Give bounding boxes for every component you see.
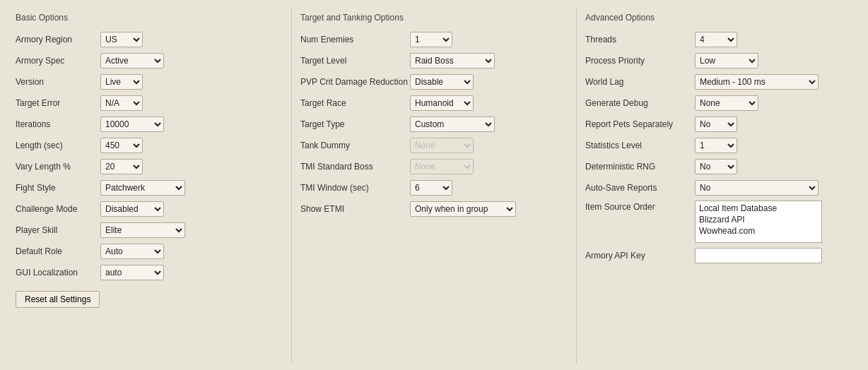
report-pets-row: Report Pets Separately NoYes	[585, 116, 852, 133]
gui-localization-row: GUI Localization autoendefres	[16, 264, 283, 281]
world-lag-row: World Lag None - 0 msLow - 25 msMedium -…	[585, 73, 852, 90]
reset-all-settings-button[interactable]: Reset all Settings	[16, 291, 100, 308]
item-source-wowhead[interactable]: Wowhead.com	[697, 225, 820, 237]
item-source-order-label: Item Source Order	[585, 201, 695, 212]
basic-options-title: Basic Options	[16, 13, 283, 24]
armory-api-key-label: Armory API Key	[585, 251, 695, 261]
statistics-level-row: Statistics Level 12345	[585, 137, 852, 154]
gui-localization-label: GUI Localization	[16, 268, 100, 278]
target-error-select[interactable]: N/A0.10.20.5	[100, 95, 143, 111]
challenge-mode-row: Challenge Mode DisabledEnabled	[16, 201, 283, 217]
armory-region-label: Armory Region	[16, 35, 100, 44]
tmi-window-label: TMI Window (sec)	[300, 183, 410, 193]
world-lag-select[interactable]: None - 0 msLow - 25 msMedium - 100 msHig…	[695, 74, 819, 90]
player-skill-select[interactable]: EliteGoodAveragePoor	[100, 222, 185, 238]
player-skill-row: Player Skill EliteGoodAveragePoor	[16, 222, 283, 239]
target-tanking-panel: Target and Tanking Options Num Enemies 1…	[292, 7, 577, 363]
advanced-options-panel: Advanced Options Threads 124816 Process …	[577, 7, 861, 363]
iterations-label: Iterations	[16, 119, 100, 129]
threads-label: Threads	[585, 35, 695, 44]
length-select[interactable]: 100300450600	[100, 138, 143, 153]
num-enemies-select[interactable]: 123510	[410, 32, 452, 47]
generate-debug-select[interactable]: NoneLogDebug	[695, 95, 758, 111]
target-level-label: Target Level	[300, 56, 410, 66]
pvp-crit-label: PVP Crit Damage Reduction	[300, 77, 410, 87]
tmi-standard-boss-select[interactable]: None	[410, 159, 474, 174]
num-enemies-row: Num Enemies 123510	[300, 31, 568, 48]
auto-save-reports-label: Auto-Save Reports	[585, 183, 695, 193]
armory-spec-label: Armory Spec	[16, 56, 100, 66]
target-type-row: Target Type CustomNormalHeroicMythic	[300, 116, 568, 133]
default-role-select[interactable]: AutoDPSTankHealer	[100, 244, 164, 259]
player-skill-label: Player Skill	[16, 225, 100, 235]
vary-length-row: Vary Length % 0102030	[16, 158, 283, 175]
target-tanking-title: Target and Tanking Options	[300, 13, 568, 24]
process-priority-row: Process Priority LowNormalHighHighest	[585, 52, 852, 69]
version-select[interactable]: LivePTRBeta	[100, 74, 143, 90]
statistics-level-label: Statistics Level	[585, 141, 695, 150]
fight-style-row: Fight Style PatchwerkHecticAddCleaveUltr…	[16, 179, 283, 196]
tmi-window-row: TMI Window (sec) 36912	[300, 179, 568, 196]
armory-region-row: Armory Region USEUTWKRCN	[16, 31, 283, 48]
report-pets-select[interactable]: NoYes	[695, 117, 737, 132]
iterations-select[interactable]: 100100010000100000	[100, 117, 164, 132]
armory-region-select[interactable]: USEUTWKRCN	[100, 32, 143, 47]
tank-dummy-label: Tank Dummy	[300, 141, 410, 150]
target-level-row: Target Level Raid BossPlayer+1+2+3	[300, 52, 568, 69]
tmi-standard-boss-label: TMI Standard Boss	[300, 162, 410, 172]
deterministic-rng-select[interactable]: NoYes	[695, 159, 737, 174]
length-label: Length (sec)	[16, 141, 100, 150]
advanced-options-title: Advanced Options	[585, 13, 852, 24]
fight-style-label: Fight Style	[16, 183, 100, 193]
statistics-level-select[interactable]: 12345	[695, 138, 737, 153]
deterministic-rng-row: Deterministic RNG NoYes	[585, 158, 852, 175]
fight-style-select[interactable]: PatchwerkHecticAddCleaveUltraxion	[100, 180, 185, 196]
num-enemies-label: Num Enemies	[300, 35, 410, 44]
threads-select[interactable]: 124816	[695, 32, 737, 47]
show-etmi-label: Show ETMI	[300, 204, 410, 214]
target-type-label: Target Type	[300, 119, 410, 129]
tank-dummy-select[interactable]: NoneDungeonRaid	[410, 138, 474, 153]
target-type-select[interactable]: CustomNormalHeroicMythic	[410, 117, 495, 132]
tmi-window-select[interactable]: 36912	[410, 180, 452, 196]
threads-row: Threads 124816	[585, 31, 852, 48]
default-role-label: Default Role	[16, 246, 100, 256]
armory-api-key-row: Armory API Key	[585, 247, 852, 264]
report-pets-label: Report Pets Separately	[585, 119, 695, 129]
item-source-order-listbox[interactable]: Local Item Database Blizzard API Wowhead…	[695, 201, 822, 243]
gui-localization-select[interactable]: autoendefres	[100, 265, 164, 280]
target-race-select[interactable]: HumanoidBeastDemonDragonkin	[410, 95, 474, 111]
target-error-label: Target Error	[16, 98, 100, 108]
vary-length-select[interactable]: 0102030	[100, 159, 143, 174]
item-source-order-row: Item Source Order Local Item Database Bl…	[585, 201, 852, 243]
target-race-label: Target Race	[300, 98, 410, 108]
armory-api-key-input[interactable]	[695, 248, 822, 263]
item-source-blizzard-api[interactable]: Blizzard API	[697, 214, 820, 225]
generate-debug-row: Generate Debug NoneLogDebug	[585, 95, 852, 112]
armory-spec-select[interactable]: ActivePrimarySecondary	[100, 53, 164, 68]
target-level-select[interactable]: Raid BossPlayer+1+2+3	[410, 53, 495, 68]
show-etmi-row: Show ETMI Only when in groupAlwaysNever	[300, 201, 568, 217]
show-etmi-select[interactable]: Only when in groupAlwaysNever	[410, 201, 516, 217]
tank-dummy-row: Tank Dummy NoneDungeonRaid	[300, 137, 568, 154]
world-lag-label: World Lag	[585, 77, 695, 87]
pvp-crit-select[interactable]: DisableEnable	[410, 74, 474, 90]
challenge-mode-select[interactable]: DisabledEnabled	[100, 201, 164, 217]
armory-spec-row: Armory Spec ActivePrimarySecondary	[16, 52, 283, 69]
pvp-crit-row: PVP Crit Damage Reduction DisableEnable	[300, 73, 568, 90]
version-label: Version	[16, 77, 100, 87]
basic-options-panel: Basic Options Armory Region USEUTWKRCN A…	[7, 7, 292, 363]
generate-debug-label: Generate Debug	[585, 98, 695, 108]
version-row: Version LivePTRBeta	[16, 73, 283, 90]
target-error-row: Target Error N/A0.10.20.5	[16, 95, 283, 112]
reset-button-row: Reset all Settings	[16, 285, 283, 308]
length-row: Length (sec) 100300450600	[16, 137, 283, 154]
auto-save-reports-select[interactable]: NoYes	[695, 180, 819, 196]
item-source-local-db[interactable]: Local Item Database	[697, 203, 820, 214]
process-priority-label: Process Priority	[585, 56, 695, 66]
auto-save-reports-row: Auto-Save Reports NoYes	[585, 179, 852, 196]
tmi-standard-boss-row: TMI Standard Boss None	[300, 158, 568, 175]
default-role-row: Default Role AutoDPSTankHealer	[16, 243, 283, 260]
target-race-row: Target Race HumanoidBeastDemonDragonkin	[300, 95, 568, 112]
process-priority-select[interactable]: LowNormalHighHighest	[695, 53, 758, 68]
